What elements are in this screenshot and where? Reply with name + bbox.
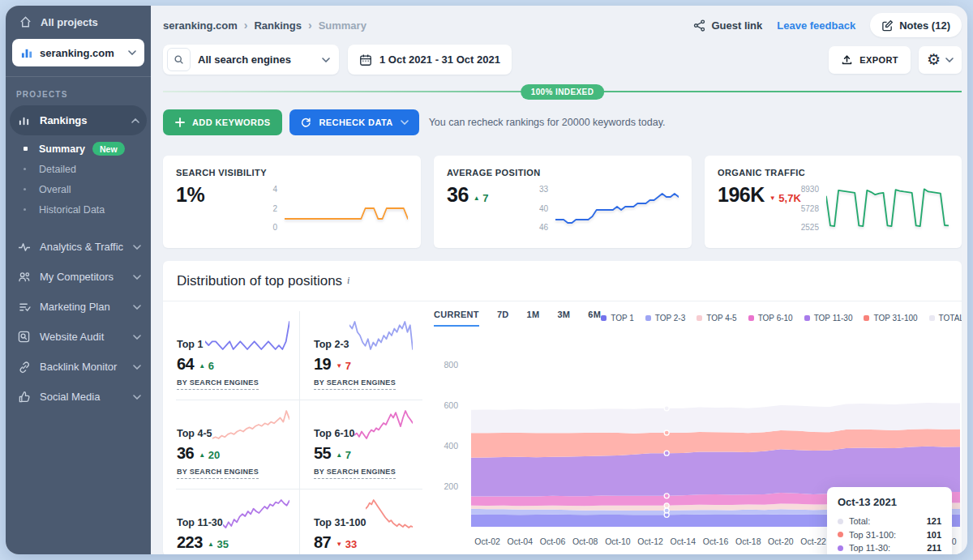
subitem-label: Summary	[39, 143, 85, 155]
legend-top6-10[interactable]: TOP 6-10	[748, 314, 793, 323]
app-window: All projects seranking.com PROJECTS Rank…	[6, 6, 967, 554]
notes-label: Notes (12)	[899, 19, 950, 32]
sidebar-item-analytics-traffic[interactable]: Analytics & Traffic	[6, 232, 151, 262]
sidebar: All projects seranking.com PROJECTS Rank…	[6, 6, 151, 554]
chevron-down-icon	[945, 58, 954, 62]
stat-cards-row: SEARCH VISIBILITY 1% 420 AVERAGE POSITIO…	[163, 156, 962, 248]
top31-100-sparkline	[366, 498, 413, 530]
tile-label: Top 2-3	[314, 339, 349, 352]
recheck-data-label: RECHECK DATA	[319, 118, 392, 127]
spark-y-labels: 420	[251, 185, 285, 232]
subitem-label: Detailed	[39, 164, 76, 175]
settings-button[interactable]: ⚙	[919, 46, 962, 74]
by-search-engines-link[interactable]: BY SEARCH ENGINES	[177, 378, 259, 390]
tab-3m[interactable]: 3M	[557, 310, 570, 327]
breadcrumb-rankings[interactable]: Rankings	[254, 19, 302, 32]
breadcrumb-summary: Summary	[319, 19, 366, 32]
recheck-info-text: You can recheck rankings for 20000 keywo…	[429, 117, 666, 128]
notes-button[interactable]: Notes (12)	[870, 13, 962, 37]
recheck-data-button[interactable]: RECHECK DATA	[289, 109, 418, 135]
tile-value: 223	[177, 533, 203, 552]
chevron-down-icon	[401, 120, 409, 125]
leave-feedback-link[interactable]: Leave feedback	[777, 19, 855, 32]
sidebar-item-label: Social Media	[40, 391, 100, 403]
card-title: SEARCH VISIBILITY	[176, 168, 408, 177]
sidebar-item-marketing-plan[interactable]: Marketing Plan	[6, 292, 151, 322]
all-projects-label: All projects	[41, 16, 98, 28]
sidebar-subitem-overall[interactable]: Overall	[6, 179, 151, 199]
x-tick-label: Oct-18	[735, 536, 761, 546]
add-keywords-button[interactable]: ADD KEYWORDS	[163, 109, 282, 135]
chevron-down-icon	[133, 335, 141, 340]
sidebar-subitem-summary[interactable]: Summary New	[6, 139, 151, 159]
project-selector[interactable]: seranking.com	[12, 39, 144, 66]
guest-link-button[interactable]: Guest link	[693, 19, 762, 32]
info-icon[interactable]: i	[347, 275, 349, 287]
tab-current[interactable]: CURRENT	[434, 310, 479, 327]
legend-total[interactable]: TOTAL	[929, 314, 962, 323]
top4-5-sparkline	[212, 408, 289, 441]
by-search-engines-link[interactable]: BY SEARCH ENGINES	[314, 378, 396, 390]
tile-label: Top 11-30	[177, 517, 223, 530]
distribution-header: Distribution of top positions i	[163, 261, 962, 301]
tab-6m[interactable]: 6M	[588, 310, 601, 327]
tile-top1: Top 1 64 ▲ 6 BY SEARCH ENGINES	[176, 311, 299, 400]
tile-delta: ▲ 35	[208, 538, 229, 550]
subitem-label: Historical Data	[39, 204, 105, 216]
by-search-engines-link[interactable]: BY SEARCH ENGINES	[177, 468, 259, 479]
up-arrow-icon: ▲	[208, 541, 214, 548]
sidebar-item-backlink-monitor[interactable]: Backlink Monitor	[6, 352, 151, 382]
x-tick-label: Oct-06	[540, 536, 566, 546]
projects-section-label: PROJECTS	[6, 77, 151, 105]
tooltip-row: Total:121	[838, 515, 941, 528]
sidebar-item-label: My Competitors	[40, 271, 114, 283]
sidebar-subitem-historical-data[interactable]: Historical Data	[6, 199, 151, 220]
tile-delta: ▲ 20	[199, 449, 220, 461]
top11-30-sparkline	[223, 498, 289, 530]
tooltip-row: Top 11-30:211	[838, 541, 941, 554]
tile-value: 64	[177, 355, 194, 374]
legend-top11-30[interactable]: TOP 11-30	[804, 314, 853, 323]
average-position-card: AVERAGE POSITION 36 ▲ 7 334046	[434, 156, 692, 248]
analytics-pulse-icon	[17, 242, 31, 253]
legend-top1[interactable]: TOP 1	[601, 314, 634, 323]
rankings-submenu: Summary New Detailed Overall Historical …	[6, 135, 151, 224]
tile-delta: ▼ 33	[336, 538, 357, 550]
chevron-down-icon	[322, 58, 330, 62]
sidebar-item-my-competitors[interactable]: My Competitors	[6, 262, 151, 292]
tile-top11-30: Top 11-30 223 ▲ 35 BY SEARCH ENGINES	[176, 489, 299, 554]
upload-icon	[841, 53, 853, 66]
down-arrow-icon: ▼	[769, 195, 776, 202]
search-engines-select[interactable]: All search engines	[163, 45, 339, 75]
marketing-checklist-icon	[17, 301, 31, 313]
card-value: 196K	[718, 185, 765, 205]
tile-label: Top 4-5	[177, 428, 212, 441]
pencil-square-icon	[881, 19, 894, 32]
legend-top2-3[interactable]: TOP 2-3	[645, 314, 685, 323]
card-title: AVERAGE POSITION	[447, 168, 679, 177]
chart-tooltip: Oct-13 2021 Total:121 Top 31-100:101 Top…	[827, 487, 952, 554]
average-position-sparkline	[555, 185, 679, 232]
breadcrumb-project[interactable]: seranking.com	[163, 19, 238, 32]
sidebar-item-label: Marketing Plan	[40, 301, 110, 313]
sidebar-item-label: Analytics & Traffic	[40, 241, 123, 253]
sidebar-item-website-audit[interactable]: Website Audit	[6, 322, 151, 352]
tab-1m[interactable]: 1M	[527, 310, 540, 327]
guest-link-label: Guest link	[711, 19, 762, 32]
by-search-engines-link[interactable]: BY SEARCH ENGINES	[314, 468, 396, 479]
home-icon	[19, 15, 32, 29]
sidebar-item-rankings[interactable]: Rankings	[10, 105, 147, 135]
x-tick-label: Oct-02	[474, 536, 500, 546]
legend-top31-100[interactable]: TOP 31-100	[864, 314, 917, 323]
period-tabs: CURRENT 7D 1M 3M 6M	[434, 310, 601, 327]
tile-delta: ▲ 6	[199, 360, 214, 372]
series-dot	[838, 532, 843, 537]
all-projects-link[interactable]: All projects	[6, 6, 151, 36]
export-button[interactable]: EXPORT	[829, 46, 911, 74]
tab-7d[interactable]: 7D	[497, 310, 509, 327]
date-range-picker[interactable]: 1 Oct 2021 - 31 Oct 2021	[348, 45, 512, 75]
sidebar-subitem-detailed[interactable]: Detailed	[6, 159, 151, 179]
distribution-card: Distribution of top positions i Top 1 64…	[163, 261, 962, 554]
legend-top4-5[interactable]: TOP 4-5	[697, 314, 736, 323]
sidebar-item-social-media[interactable]: Social Media	[6, 382, 151, 412]
